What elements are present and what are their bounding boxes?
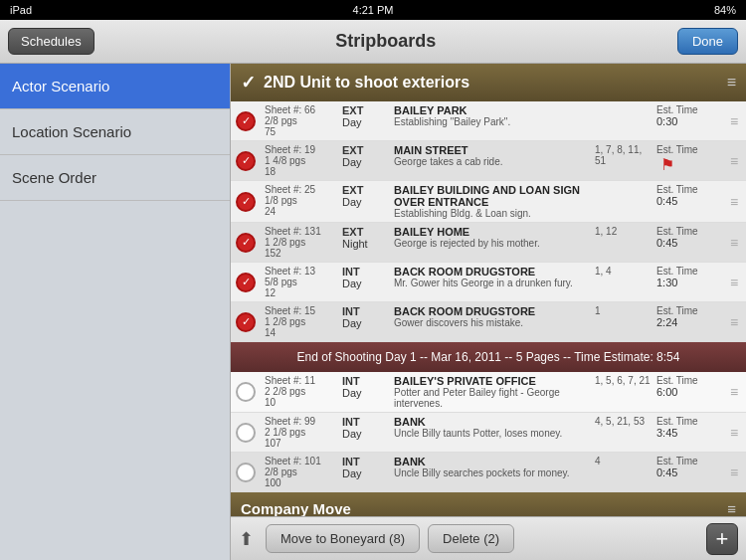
sidebar: Actor Scenario Location Scenario Scene O… <box>0 64 231 560</box>
move-to-boneyard-button[interactable]: Move to Boneyard (8) <box>266 524 420 553</box>
scene-row: ✓ Sheet #: 15 1 2/8 pgs 14 INT Day BACK … <box>231 302 746 342</box>
share-button[interactable]: ⬆ <box>239 528 254 550</box>
scene-pages: 2/8 pgs <box>265 467 336 477</box>
scene-location: MAIN STREET George takes a cab ride. <box>390 141 593 180</box>
scene-info: Sheet #: 11 2 2/8 pgs 10 <box>261 372 340 412</box>
scene-est: Est. Time 1:30 <box>653 263 722 301</box>
scene-pages: 2 2/8 pgs <box>265 386 336 397</box>
sidebar-item-location-scenario[interactable]: Location Scenario <box>0 109 230 155</box>
row-menu[interactable]: ≡ <box>722 372 746 412</box>
est-label: Est. Time <box>656 144 718 155</box>
scene-check[interactable]: ✓ <box>231 141 261 180</box>
scene-type: INT Day <box>340 372 390 412</box>
row-menu[interactable]: ≡ <box>722 223 746 262</box>
row-menu[interactable]: ≡ <box>722 141 746 180</box>
scene-est: Est. Time 0:45 <box>653 223 722 262</box>
check-circle-empty <box>236 463 256 482</box>
scene-est: Est. Time ⚑ <box>653 141 722 180</box>
scene-check[interactable] <box>231 453 261 491</box>
status-left: iPad <box>10 4 32 16</box>
check-circle: ✓ <box>236 233 256 253</box>
section-menu-icon[interactable]: ≡ <box>727 74 736 92</box>
sidebar-item-scene-order[interactable]: Scene Order <box>0 155 230 201</box>
row-menu[interactable]: ≡ <box>722 302 746 341</box>
scene-sheet: Sheet #: 101 <box>265 456 336 467</box>
location-desc: Uncle Billy searches pockets for money. <box>394 467 589 478</box>
day-divider-text: End of Shooting Day 1 -- Mar 16, 2011 --… <box>297 350 680 364</box>
location-name: MAIN STREET <box>394 144 589 156</box>
est-time: 0:30 <box>656 115 718 127</box>
row-menu[interactable]: ≡ <box>722 413 746 452</box>
scene-sheet: Sheet #: 99 <box>265 416 336 427</box>
done-button[interactable]: Done <box>677 28 738 55</box>
scene-info: Sheet #: 19 1 4/8 pgs 18 <box>261 141 340 180</box>
scene-pages: 1 4/8 pgs <box>265 155 336 166</box>
scene-est: Est. Time 2:24 <box>653 302 722 341</box>
est-time: 0:45 <box>656 237 718 249</box>
section-title-2nd-unit: 2ND Unit to shoot exteriors <box>264 74 469 92</box>
scene-info: Sheet #: 13 5/8 pgs 12 <box>261 263 340 301</box>
content-area: ✓ 2ND Unit to shoot exteriors ≡ ✓ Sheet … <box>231 64 746 560</box>
scene-ids: 1, 12 <box>593 223 653 262</box>
scene-check[interactable]: ✓ <box>231 223 261 262</box>
scene-ids: 1, 4 <box>593 263 653 301</box>
est-label: Est. Time <box>656 266 718 277</box>
scene-row: ✓ Sheet #: 19 1 4/8 pgs 18 EXT Day MAIN … <box>231 141 746 181</box>
scene-info: Sheet #: 66 2/8 pgs 75 <box>261 101 340 140</box>
subsection-menu-icon[interactable]: ≡ <box>727 500 736 517</box>
est-time: 0:45 <box>656 467 718 478</box>
scene-row: ✓ Sheet #: 131 1 2/8 pgs 152 EXT Night B… <box>231 223 746 263</box>
scene-sheet: Sheet #: 131 <box>265 226 336 237</box>
scene-ext-int: INT <box>342 305 388 317</box>
scene-pages: 5/8 pgs <box>265 277 336 287</box>
scene-check[interactable] <box>231 413 261 452</box>
scene-check[interactable] <box>231 372 261 412</box>
scene-sheet: Sheet #: 25 <box>265 184 336 195</box>
scene-num: 107 <box>265 438 336 449</box>
sidebar-item-actor-scenario[interactable]: Actor Scenario <box>0 64 230 109</box>
scene-pages: 2 1/8 pgs <box>265 427 336 438</box>
scene-location: BAILEY PARK Establishing "Bailey Park". <box>390 101 593 140</box>
check-circle: ✓ <box>236 111 256 131</box>
scene-location: BANK Uncle Billy searches pockets for mo… <box>390 453 593 491</box>
scene-ids <box>593 101 653 140</box>
scene-check[interactable]: ✓ <box>231 302 261 341</box>
scene-check[interactable]: ✓ <box>231 101 261 140</box>
flag-icon: ⚑ <box>660 156 674 173</box>
status-right: 84% <box>714 4 736 16</box>
row-menu[interactable]: ≡ <box>722 181 746 222</box>
scene-ids: 4 <box>593 453 653 491</box>
scene-check[interactable]: ✓ <box>231 263 261 301</box>
row-menu[interactable]: ≡ <box>722 101 746 140</box>
subsection-title: Company Move <box>241 500 351 517</box>
location-name: BACK ROOM DRUGSTORE <box>394 305 589 317</box>
delete-button[interactable]: Delete (2) <box>428 524 514 553</box>
scene-location: BAILEY HOME George is rejected by his mo… <box>390 223 593 262</box>
scene-ids: 1 <box>593 302 653 341</box>
scene-ext-int: EXT <box>342 104 388 116</box>
location-desc: Potter and Peter Bailey fight - George i… <box>394 387 589 409</box>
scene-check[interactable]: ✓ <box>231 181 261 222</box>
scene-pages: 1/8 pgs <box>265 195 336 206</box>
scene-row: ✓ Sheet #: 25 1/8 pgs 24 EXT Day BAILEY … <box>231 181 746 223</box>
location-name: BAILEY HOME <box>394 226 589 238</box>
scene-est: Est. Time 0:30 <box>653 101 722 140</box>
est-label: Est. Time <box>656 305 718 316</box>
scene-sheet: Sheet #: 19 <box>265 144 336 155</box>
scene-num: 14 <box>265 327 336 338</box>
scene-time-of-day: Day <box>342 196 388 208</box>
row-menu[interactable]: ≡ <box>722 263 746 301</box>
location-name: BAILEY BUILDING AND LOAN SIGN OVER ENTRA… <box>394 184 589 208</box>
est-time: 1:30 <box>656 277 718 288</box>
scene-type: INT Day <box>340 453 390 491</box>
est-label: Est. Time <box>656 226 718 237</box>
add-button[interactable]: + <box>706 523 738 555</box>
schedules-button[interactable]: Schedules <box>8 28 94 55</box>
scene-ext-int: INT <box>342 456 388 467</box>
row-menu[interactable]: ≡ <box>722 453 746 491</box>
scene-location: BAILEY BUILDING AND LOAN SIGN OVER ENTRA… <box>390 181 593 222</box>
scene-time-of-day: Day <box>342 317 388 329</box>
status-time: 4:21 PM <box>353 4 394 16</box>
location-desc: Mr. Gower hits George in a drunken fury. <box>394 278 589 288</box>
scene-sheet: Sheet #: 66 <box>265 104 336 115</box>
